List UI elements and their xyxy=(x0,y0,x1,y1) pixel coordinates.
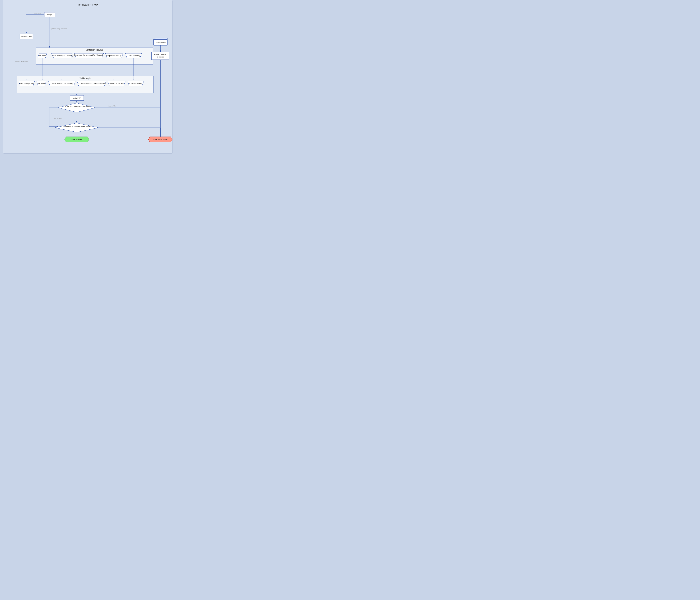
verifier-inputs-title: Verifier Inputs xyxy=(79,77,91,79)
hash-function-label: Hash Function xyxy=(21,35,32,38)
verify-zkp-label: Verify ZKP xyxy=(73,97,81,99)
keeper-diamond xyxy=(55,123,98,132)
verification-metadata-title: Verification Metadata xyxy=(86,49,103,51)
zk-proof-input-label: ZK Proof xyxy=(38,82,45,84)
ecdh-meta-label: ECDH Public Key xyxy=(127,55,140,56)
zk-proof-meta-label: ZK Proof xyxy=(39,55,46,56)
keeper-question-label: Is The Keeper Trusted AND ZKP Verified? xyxy=(61,125,93,127)
enc-cam-meta-label: Encrypted Camera Identifier (Claimed) xyxy=(74,54,103,56)
prover-storage-label: Prover Storage xyxy=(155,41,166,43)
check-keeper-label2: is Trusted xyxy=(156,56,164,58)
hash-image-data-label: Hash of Image Data xyxy=(19,82,34,84)
true-or-false-right: true or false xyxy=(108,105,116,107)
check-keeper-label1: Check if Keeper xyxy=(154,53,166,55)
keeper-pubkey-input-label: Keeper's Public Key xyxy=(109,82,124,84)
get-from-meta-label: get from image metadata xyxy=(51,28,67,30)
image-data-label: image data xyxy=(34,12,41,14)
prover-storage-fold xyxy=(153,38,167,40)
diagram-container: Verification Flow Image image data get f… xyxy=(3,0,172,153)
image-not-verified-label: Image is Not Verified xyxy=(152,139,168,140)
ta-pubkey-meta-label: Trusted Authority's Public Key xyxy=(51,55,73,56)
enc-cam-input-label: Encrypted Camera Identifier (Claimed) xyxy=(77,82,106,84)
ecdh-input-label: ECDH Public Key xyxy=(129,82,142,84)
proof-question-label: Did the proof verification succeed? xyxy=(64,105,90,107)
image-label: Image xyxy=(47,14,52,16)
hash-of-image-label: hash of image data xyxy=(15,60,28,62)
diagram-title: Verification Flow xyxy=(6,3,169,6)
ta-pubkey-input-label: Trusted Authority's Public Key xyxy=(51,82,73,84)
image-verified-label: Image is Verified xyxy=(70,139,83,140)
proof-diamond xyxy=(58,103,95,112)
keeper-pubkey-meta-label: Keeper's Public Key xyxy=(106,55,121,56)
true-or-false-left: true or false xyxy=(54,118,61,119)
